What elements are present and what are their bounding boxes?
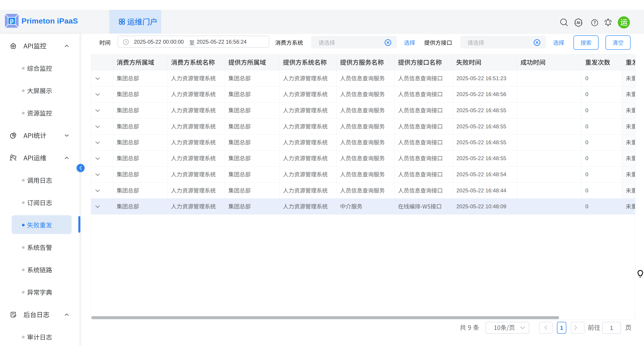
svg-text:p: p — [10, 17, 14, 24]
